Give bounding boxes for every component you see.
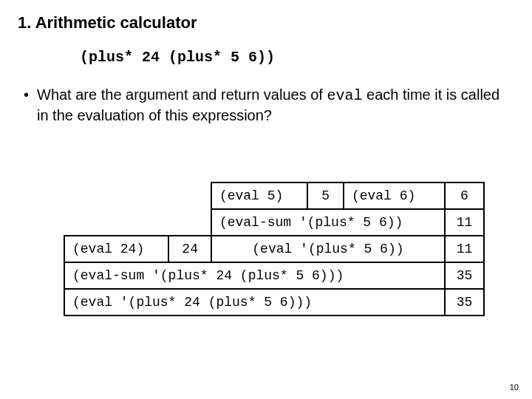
slide: 1. Arithmetic calculator (plus* 24 (plus… (0, 0, 532, 168)
eval-stair-table: (eval 5) 5 (eval 6) 6 (eval-sum '(plus* … (64, 182, 485, 316)
cell-eval24: (eval 24) (64, 236, 168, 262)
empty-cell (64, 183, 168, 209)
bullet-pre: What are the argument and return values … (37, 86, 327, 103)
cell-evalfull: (eval '(plus* 24 (plus* 5 6))) (64, 289, 445, 316)
table-row: (eval 5) 5 (eval 6) 6 (64, 183, 484, 209)
cell-val5: 5 (307, 183, 344, 209)
table-row: (eval-sum '(plus* 5 6)) 11 (64, 209, 484, 236)
table-row: (eval-sum '(plus* 24 (plus* 5 6))) 35 (64, 262, 484, 289)
cell-val6: 6 (445, 183, 484, 209)
cell-evalsum56: (eval-sum '(plus* 5 6)) (211, 209, 445, 236)
empty-cell (168, 209, 211, 236)
cell-evalplus56: (eval '(plus* 5 6)) (211, 236, 445, 262)
empty-cell (168, 183, 211, 209)
slide-title: 1. Arithmetic calculator (18, 13, 514, 33)
bullet-text: What are the argument and return values … (37, 85, 514, 126)
empty-cell (64, 209, 168, 236)
cell-val35b: 35 (445, 289, 484, 316)
main-expression: (plus* 24 (plus* 5 6)) (80, 49, 514, 66)
cell-val35a: 35 (445, 262, 484, 289)
table-row: (eval '(plus* 24 (plus* 5 6))) 35 (64, 289, 484, 316)
cell-evalsumfull: (eval-sum '(plus* 24 (plus* 5 6))) (64, 262, 445, 289)
cell-eval5: (eval 5) (211, 183, 307, 209)
cell-val24: 24 (168, 236, 211, 262)
bullet-dot: • (24, 85, 37, 105)
cell-val11b: 11 (445, 236, 484, 262)
bullet-item: • What are the argument and return value… (24, 85, 514, 126)
table-row: (eval 24) 24 (eval '(plus* 5 6)) 11 (64, 236, 484, 262)
cell-val11a: 11 (445, 209, 484, 236)
bullet-mono: eval (327, 87, 362, 104)
page-number: 10 (510, 383, 519, 392)
cell-eval6: (eval 6) (344, 183, 445, 209)
